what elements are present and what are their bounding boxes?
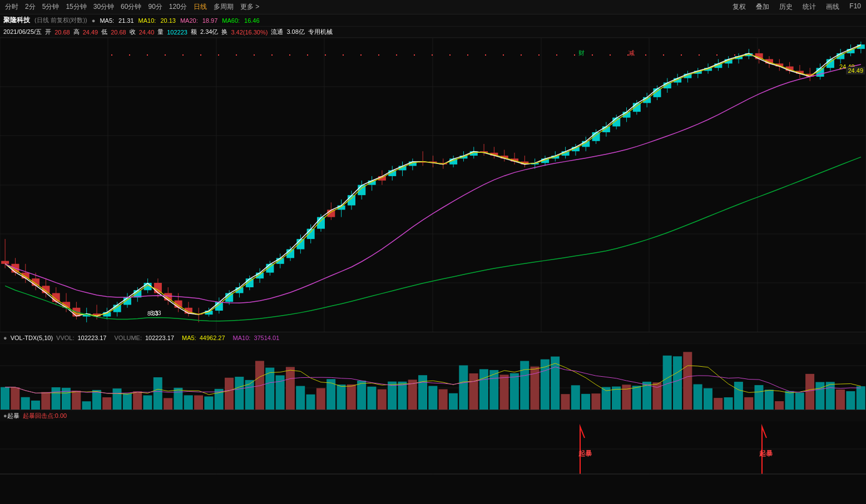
close-label: 收 [130, 28, 136, 36]
tb-btn-15min[interactable]: 15分钟 [63, 1, 89, 13]
signal-infobar: ● 起暴 起暴回击点: 0.00 [0, 410, 866, 421]
main-chart[interactable]: 24.49 8.33 财 减 [0, 38, 866, 332]
vol-ma5-val: 44962.27 [200, 335, 225, 341]
tb-btn-daily[interactable]: 日线 [191, 1, 210, 13]
vol-circle: ● [3, 335, 7, 341]
signal-chart[interactable]: 起暴 起暴 [0, 421, 866, 477]
ma5-val: 21.31 [118, 17, 134, 24]
tb-btn-fuquan[interactable]: 复权 [730, 1, 749, 13]
vvol-val: 102223.17 [77, 335, 106, 341]
vol-val: 102223 [167, 29, 187, 36]
high-val: 24.49 [83, 29, 98, 36]
tb-btn-fenshi[interactable]: 分时 [2, 1, 21, 13]
tb-btn-5min[interactable]: 5分钟 [39, 1, 62, 13]
change-val: 3.42(16.30%) [231, 29, 268, 36]
float-val: 3.08亿 [286, 28, 304, 36]
sector-val: 专用机械 [308, 28, 333, 36]
ma60-label: MA60: [222, 17, 240, 24]
date-infobar: 2021/06/25/五 开 20.68 高 24.49 低 20.68 收 2… [0, 27, 866, 38]
open-val: 20.68 [55, 29, 70, 36]
toolbar-right: 复权 叠加 历史 统计 画线 F10 [730, 1, 864, 13]
jian-annotation: 减 [629, 49, 635, 57]
ma5-label: MA5: [100, 17, 114, 24]
signal-label: 起暴回击点: [23, 412, 55, 420]
change-label: 换 [221, 28, 227, 36]
stock-name: 聚隆科技 [3, 16, 30, 25]
signal-val: 0.00 [55, 412, 67, 419]
tb-btn-history[interactable]: 历史 [776, 1, 795, 13]
price-low-label: 8.33 [150, 310, 161, 316]
ma10-val: 20.13 [160, 17, 176, 24]
toolbar: 分时 2分 5分钟 15分钟 30分钟 60分钟 90分 120分 日线 多周期… [0, 0, 866, 14]
vol-label: 量 [157, 28, 164, 36]
vol-ma10-label: MA10: [233, 335, 251, 341]
cai-annotation: 财 [578, 49, 585, 57]
qibao-label-2: 起暴 [759, 449, 773, 458]
float-label: 流通 [271, 28, 283, 36]
low-label: 低 [101, 28, 107, 36]
tb-btn-120min[interactable]: 120分 [166, 1, 190, 13]
tb-btn-stats[interactable]: 统计 [800, 1, 819, 13]
tb-btn-90min[interactable]: 90分 [145, 1, 165, 13]
tb-btn-f10[interactable]: F10 [847, 1, 864, 13]
low-val: 20.68 [111, 29, 126, 36]
tb-btn-2min[interactable]: 2分 [22, 1, 38, 13]
tb-btn-30min[interactable]: 30分钟 [91, 1, 117, 13]
tb-btn-60min[interactable]: 60分钟 [118, 1, 144, 13]
vol-chart[interactable] [0, 343, 866, 410]
tb-btn-multiperiod[interactable]: 多周期 [211, 1, 236, 13]
stock-infobar: 聚隆科技 (日线 前复权(对数)) ● MA5: 21.31 MA10: 20.… [0, 14, 866, 27]
vol-ma5-label: MA5: [182, 335, 196, 341]
volume-val: 102223.17 [145, 335, 174, 341]
vol-indicator-name: VOL-TDX(5,10) [11, 335, 53, 341]
amount-label: 额 [191, 28, 197, 36]
close-val: 24.40 [139, 29, 155, 36]
amount-val: 2.34亿 [200, 28, 218, 36]
signal-name: 起暴 [7, 412, 19, 420]
ma60-val: 16.46 [244, 17, 260, 24]
ma20-label: MA20: [180, 17, 198, 24]
high-label: 高 [73, 28, 80, 36]
vol-ma10-val: 37514.01 [254, 335, 279, 341]
tb-btn-more[interactable]: 更多 > [237, 1, 262, 13]
signal-circle: ● [3, 412, 7, 419]
price-high-label: 24.49 [846, 67, 865, 74]
ma20-val: 18.97 [202, 17, 218, 24]
stock-period-info: (日线 前复权(对数)) [34, 16, 87, 24]
trade-date: 2021/06/25/五 [3, 28, 42, 36]
open-label: 开 [45, 28, 51, 36]
ma10-label: MA10: [138, 17, 156, 24]
vvol-label: VVOL: [56, 335, 74, 341]
volume-label: VOLUME: [114, 335, 142, 341]
tb-btn-diejia[interactable]: 叠加 [753, 1, 772, 13]
tb-btn-draw[interactable]: 画线 [823, 1, 842, 13]
dot-separator: ● [92, 17, 96, 24]
vol-infobar: ● VOL-TDX(5,10) VVOL: 102223.17 VOLUME: … [0, 332, 866, 343]
qibao-label-1: 起暴 [578, 449, 592, 458]
